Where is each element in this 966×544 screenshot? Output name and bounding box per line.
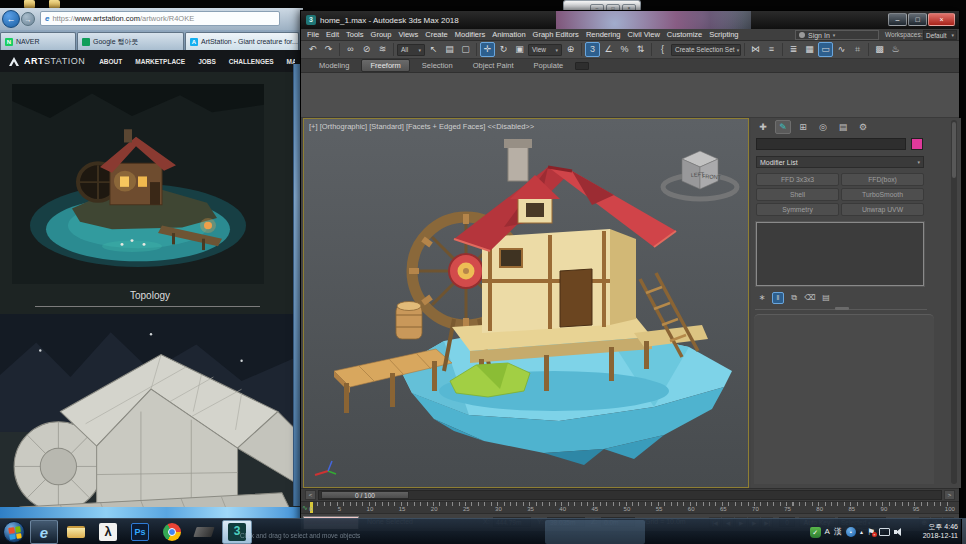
ribbon-tab-freeform[interactable]: Freeform [361,59,409,72]
nav-item[interactable]: MARKETPLACE [135,58,185,65]
named-selection-sets-icon[interactable]: { [655,42,670,57]
menu-item[interactable]: Tools [346,30,364,39]
modifier-button[interactable]: TurboSmooth [841,188,924,201]
hierarchy-tab-icon[interactable]: ⊞ [795,120,811,134]
speaker-icon[interactable] [894,527,904,537]
scene-explorer-icon[interactable]: ▦ [802,42,817,57]
action-center-icon[interactable]: ⚑× [867,527,875,537]
tab-hangouts[interactable]: Google 행아웃 [77,32,184,50]
modify-tab-icon[interactable]: ✎ [775,120,791,134]
make-unique-icon[interactable]: ⧉ [788,292,800,304]
modifier-button[interactable]: FFD(box) [841,173,924,186]
mirror-icon[interactable]: ⋈ [748,42,763,57]
max-titlebar[interactable]: 3 home_1.max - Autodesk 3ds Max 2018 – □… [301,11,959,29]
select-and-rotate-icon[interactable]: ↻ [496,42,511,57]
select-and-move-icon[interactable]: ✛ [480,42,495,57]
spinner-snap-icon[interactable]: ⇅ [633,42,648,57]
back-button[interactable]: ← [2,10,20,28]
taskbar-explorer-button[interactable] [62,520,90,544]
select-by-name-icon[interactable]: ▤ [442,42,457,57]
ime-hanja-icon[interactable]: 漢 [834,527,842,537]
modifier-button[interactable]: FFD 3x3x3 [756,173,839,186]
address-bar[interactable]: e https://www.artstation.com/artwork/R4O… [40,11,280,26]
nav-item[interactable]: ABOUT [99,58,122,65]
utilities-tab-icon[interactable]: ⚙ [855,120,871,134]
bind-spacewarp-icon[interactable]: ≋ [375,42,390,57]
create-tab-icon[interactable]: ✚ [755,120,771,134]
menu-item[interactable]: Views [398,30,418,39]
desktop-folder-icon[interactable] [49,0,60,8]
undo-icon[interactable]: ↶ [305,42,320,57]
taskbar-unknown-app-button[interactable] [190,520,218,544]
ribbon-tab-object-paint[interactable]: Object Paint [465,60,522,71]
ribbon-tab-selection[interactable]: Selection [414,60,461,71]
render-setup-icon[interactable]: ▩ [872,42,887,57]
topology-image[interactable] [0,314,302,518]
panel-scrollbar[interactable] [951,120,957,484]
redo-icon[interactable]: ↷ [321,42,336,57]
selection-filter-dropdown[interactable]: All ▾ [397,44,425,56]
nav-item[interactable]: JOBS [198,58,216,65]
ribbon-tab-modeling[interactable]: Modeling [311,60,357,71]
percent-snap-icon[interactable]: % [617,42,632,57]
reference-coordinate-dropdown[interactable]: View ▾ [528,44,562,56]
previous-frame-button[interactable]: < [305,490,316,500]
modifier-button[interactable]: Shell [756,188,839,201]
ime-english-icon[interactable]: A [825,527,830,537]
menu-item[interactable]: Customize [667,30,702,39]
configure-modifier-sets-icon[interactable]: ▤ [820,292,832,304]
forward-button[interactable]: → [21,12,35,26]
artwork-image[interactable] [12,84,264,284]
nav-item[interactable]: CHALLENGES [229,58,274,65]
modifier-list-dropdown[interactable]: Modifier List ▾ [756,156,924,168]
taskbar-chrome-button[interactable] [158,520,186,544]
select-and-scale-icon[interactable]: ▣ [512,42,527,57]
snaps-toggle-icon[interactable]: 3 [585,42,600,57]
select-object-icon[interactable]: ↖ [426,42,441,57]
signin-button[interactable]: Sign In ▾ [795,30,879,40]
start-button[interactable] [3,521,25,543]
selection-region-icon[interactable]: ▢ [458,42,473,57]
track-bar[interactable]: ∿ 05101520253035404550556065707580859095… [301,501,959,513]
minimize-button[interactable]: – [888,13,907,26]
menu-item[interactable]: Group [371,30,392,39]
desktop-folder-icon[interactable] [24,0,35,8]
viewport[interactable]: [+] [Orthographic] [Standard] [Facets + … [303,118,749,488]
time-slider-handle[interactable]: 0 / 100 [321,491,409,499]
schematic-view-icon[interactable]: ⌗ [850,42,865,57]
menu-item[interactable]: Edit [326,30,339,39]
panel-grip[interactable] [835,307,849,310]
curve-editor-icon[interactable]: ∿ [834,42,849,57]
render-icon[interactable]: ♨ [888,42,903,57]
remove-modifier-icon[interactable]: ⌫ [804,292,816,304]
display-tab-icon[interactable]: ▤ [835,120,851,134]
artstation-logo[interactable]: ARTSTATION [8,56,85,67]
ribbon-tab-populate[interactable]: Populate [526,60,572,71]
unlink-icon[interactable]: ⊘ [359,42,374,57]
menu-item[interactable]: Civil View [627,30,659,39]
angle-snap-icon[interactable]: ∠ [601,42,616,57]
menu-item[interactable]: Graph Editors [533,30,579,39]
menu-item[interactable]: Animation [492,30,525,39]
tab-artstation[interactable]: A ArtStation - Giant creature for... [185,32,299,50]
taskbar-ie-button[interactable]: e [30,520,58,544]
viewport-label[interactable]: [+] [Orthographic] [Standard] [Facets + … [309,122,534,131]
ribbon-minimize-icon[interactable] [575,62,589,70]
show-desktop-button[interactable] [961,519,966,544]
menu-item[interactable]: Scripting [709,30,738,39]
use-pivot-center-icon[interactable]: ⊕ [563,42,578,57]
modifier-stack[interactable] [756,222,924,286]
antivirus-icon[interactable]: ✓ [810,527,821,538]
tray-clock[interactable]: 오후 4:46 2018-12-11 [906,522,958,540]
layer-manager-icon[interactable]: ≣ [786,42,801,57]
menu-item[interactable]: File [307,30,319,39]
object-name-field[interactable] [756,138,906,150]
taskbar-zbrush-button[interactable]: λ [94,520,122,544]
ime-settings-icon[interactable]: • [846,527,856,537]
menu-item[interactable]: Modifiers [455,30,485,39]
maximize-button[interactable]: □ [908,13,927,26]
close-button[interactable]: × [928,13,955,26]
link-icon[interactable]: ∞ [343,42,358,57]
motion-tab-icon[interactable]: ◎ [815,120,831,134]
modifier-button[interactable]: Symmetry [756,203,839,216]
